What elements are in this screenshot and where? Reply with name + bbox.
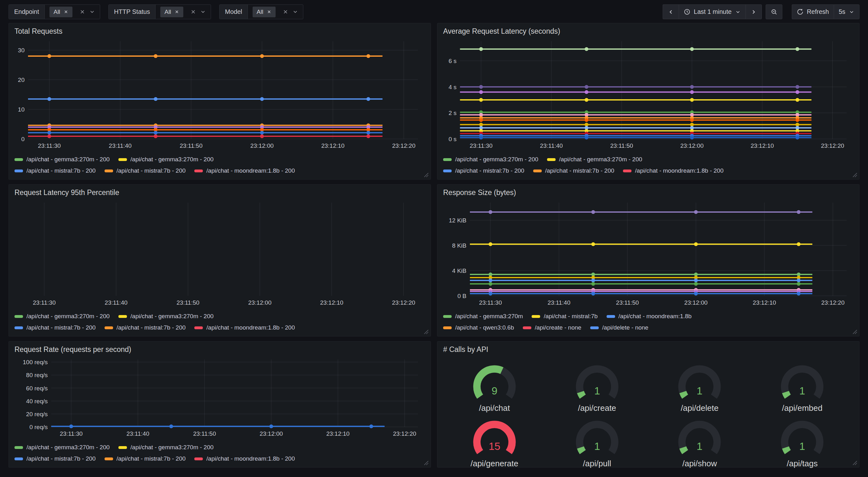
legend-item[interactable]: /api/chat - mistral:7b - 200 [443,167,524,174]
legend-series-label: /api/chat - gemma3:270m [455,313,523,320]
legend-item[interactable]: /api/chat - moondream:1.8b - 200 [623,167,723,174]
legend-item[interactable]: /api/chat - mistral:7b - 200 [104,324,186,331]
filter-endpoint-chip[interactable]: All [50,7,72,17]
legend-series-swatch [14,170,23,172]
filter-clear-icon[interactable] [282,9,288,15]
gauge-/api/delete[interactable]: 1/api/delete [670,361,729,413]
filter-clear-icon[interactable] [80,9,85,15]
refresh-interval-button[interactable]: 5s [834,4,860,19]
chip-remove-icon[interactable] [267,9,272,14]
legend-series-label: /api/chat - moondream:1.8b - 200 [206,324,295,331]
chevron-down-icon[interactable] [89,9,95,15]
legend-item[interactable]: /api/chat - mistral:7b - 200 [104,167,186,174]
legend-series-label: /api/chat - gemma3:270m - 200 [455,156,538,163]
legend-series-label: /api/chat - moondream:1.8b - 200 [635,167,723,174]
panel-resize-handle[interactable] [424,329,429,335]
legend-item[interactable]: /api/chat - mistral:7b [532,313,597,320]
filter-endpoint-value[interactable]: All [45,5,100,19]
zoom-out-time-button[interactable] [766,4,782,19]
legend-series-swatch [14,158,23,161]
legend-series-label: /api/chat - gemma3:270m - 200 [27,156,110,163]
filter-http-status-chip[interactable]: All [160,7,183,17]
panel-resize-handle[interactable] [852,460,858,466]
legend-series-swatch [118,446,127,449]
svg-text:23:11:50: 23:11:50 [610,142,633,149]
panel-title[interactable]: Total Requests [14,27,425,36]
legend-series-label: /api/chat - mistral:7b - 200 [27,167,96,174]
legend-item[interactable]: /api/chat - gemma3:270m - 200 [14,444,110,451]
legend-series-label: /api/chat - mistral:7b - 200 [27,455,96,462]
svg-text:20 req/s: 20 req/s [26,411,48,417]
legend-item[interactable]: /api/chat - gemma3:270m - 200 [14,313,110,320]
chevron-right-icon [750,9,757,15]
gauge-/api/chat[interactable]: 9/api/chat [465,361,524,413]
chevron-down-icon[interactable] [200,9,206,15]
legend-item[interactable]: /api/create - none [523,324,581,331]
legend-item[interactable]: /api/chat - moondream:1.8b [607,313,692,320]
svg-text:23:12:00: 23:12:00 [250,142,274,149]
timeseries-chart[interactable]: 23:11:3023:11:4023:11:5023:12:0023:12:10… [14,198,425,307]
legend-series-swatch [118,315,127,318]
filter-http-status-value[interactable]: All [156,5,211,19]
panel-title[interactable]: Request Rate (requests per second) [14,345,425,354]
panel-resize-handle[interactable] [852,172,858,178]
legend-item[interactable]: /api/chat - gemma3:270m - 200 [547,156,642,163]
legend-item[interactable]: /api/chat - moondream:1.8b - 200 [194,455,295,462]
panel-title[interactable]: Average Request Latency (seconds) [443,27,854,36]
gauge-/api/create[interactable]: 1/api/create [568,361,626,413]
gauge-api-label: /api/pull [583,459,611,469]
legend-item[interactable]: /api/chat - mistral:7b - 200 [14,167,96,174]
timeseries-chart[interactable]: 010203023:11:3023:11:4023:11:5023:12:002… [14,37,425,150]
legend-series-label: /api/create - none [535,324,581,331]
legend-item[interactable]: /api/chat - gemma3:270m - 200 [14,156,110,163]
legend-item[interactable]: /api/chat - moondream:1.8b - 200 [194,167,295,174]
legend-item[interactable]: /api/delete - none [590,324,649,331]
legend-series-label: /api/chat - mistral:7b [544,313,597,320]
gauge-/api/show[interactable]: 1/api/show [670,416,729,469]
legend-item[interactable]: /api/chat - gemma3:270m - 200 [443,156,538,163]
legend-series-swatch [104,457,113,460]
panel-title[interactable]: Response Size (bytes) [443,188,854,197]
gauge-/api/pull[interactable]: 1/api/pull [568,416,626,469]
panel-grid: Total Requests 010203023:11:3023:11:4023… [0,22,868,468]
refresh-button[interactable]: Refresh [792,4,834,19]
time-shift-forward-button[interactable] [745,4,762,19]
gauge-/api/tags[interactable]: 1/api/tags [773,416,832,469]
legend-item[interactable]: /api/chat - gemma3:270m - 200 [118,313,214,320]
legend-item[interactable]: /api/chat - gemma3:270m [443,313,523,320]
legend-item[interactable]: /api/chat - qwen3:0.6b [443,324,514,331]
legend-series-label: /api/chat - moondream:1.8b - 200 [206,167,295,174]
chip-remove-icon[interactable] [64,9,68,14]
filter-model-value[interactable]: All [248,5,303,19]
legend-item[interactable]: /api/chat - gemma3:270m - 200 [118,444,214,451]
timeseries-chart[interactable]: 0 B4 KiB8 KiB12 KiB23:11:3023:11:4023:11… [443,198,854,307]
chevron-down-icon[interactable] [292,9,298,15]
legend-item[interactable]: /api/chat - mistral:7b - 200 [104,455,186,462]
filter-model-chip[interactable]: All [253,7,276,17]
legend-series-swatch [443,158,452,161]
svg-text:23:11:30: 23:11:30 [38,142,61,149]
chip-remove-icon[interactable] [175,9,179,14]
gauge-/api/embed[interactable]: 1/api/embed [773,361,832,413]
time-shift-back-button[interactable] [663,4,679,19]
filter-model: Model All [219,4,303,19]
panel-resize-handle[interactable] [424,172,429,178]
legend-item[interactable]: /api/chat - mistral:7b - 200 [533,167,615,174]
search-minus-icon [771,8,777,15]
gauge-api-label: /api/embed [782,403,823,413]
timeseries-chart[interactable]: 0 s2 s4 s6 s23:11:3023:11:4023:11:5023:1… [443,37,854,150]
legend-item[interactable]: /api/chat - moondream:1.8b - 200 [194,324,295,331]
panel-resize-handle[interactable] [424,460,429,466]
panel-title[interactable]: Request Latency 95th Percentile [14,188,425,197]
svg-text:80 req/s: 80 req/s [26,372,48,378]
legend-item[interactable]: /api/chat - gemma3:270m - 200 [118,156,214,163]
time-range-button[interactable]: Last 1 minute [679,4,745,19]
legend-item[interactable]: /api/chat - mistral:7b - 200 [14,324,96,331]
panel-resize-handle[interactable] [852,329,858,335]
legend-item[interactable]: /api/chat - mistral:7b - 200 [14,455,96,462]
gauge-/api/generate[interactable]: 15/api/generate [465,416,524,469]
filter-clear-icon[interactable] [190,9,196,15]
panel-title[interactable]: # Calls by API [443,345,854,354]
timeseries-chart[interactable]: 0 req/s20 req/s40 req/s60 req/s80 req/s1… [14,355,425,438]
chevron-down-icon [849,9,855,15]
